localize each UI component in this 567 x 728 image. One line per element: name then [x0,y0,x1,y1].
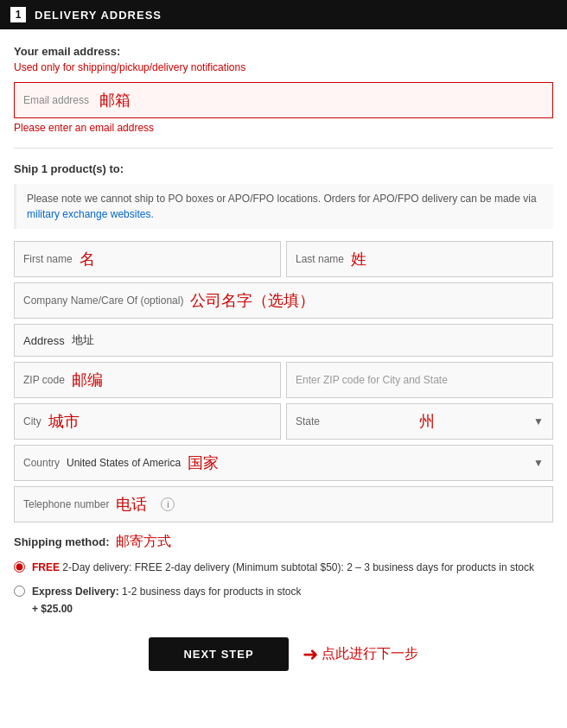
option1-name: 2-Day delivery: [62,561,131,573]
shipping-option-free-text: FREE 2-Day delivery: FREE 2-day delivery… [32,560,534,575]
email-section: Your email address: Used only for shippi… [14,45,553,134]
state-field[interactable]: State 州 ▼ [286,403,553,440]
last-name-value: 姓 [351,249,366,269]
country-field-inner: Country United States of America 国家 [23,453,219,473]
city-label: City [23,415,41,427]
ship-section-title: Ship 1 product(s) to: [14,162,553,175]
next-step-button[interactable]: NEXT STEP [149,637,288,671]
phone-info-icon: i [161,497,175,511]
shipping-method-section: Shipping method: 邮寄方式 FREE 2-Day deliver… [14,533,553,617]
ship-info-box: Please note we cannot ship to PO boxes o… [14,184,553,229]
zip-hint: Enter ZIP code for City and State [296,374,448,386]
email-field-wrapper[interactable]: Email address 邮箱 [14,82,553,118]
shipping-option-free: FREE 2-Day delivery: FREE 2-day delivery… [14,560,553,575]
name-row: First name 名 Last name 姓 [14,241,553,277]
country-label: Country [23,457,60,469]
checkout-header: 1 DELIVERY ADDRESS [0,0,567,29]
address-field[interactable]: Address 地址 [14,324,553,357]
first-name-field[interactable]: First name 名 [14,241,281,277]
ship-info-text1: Please note we cannot ship to PO boxes o… [27,193,537,205]
zip-label: ZIP code [23,374,65,386]
phone-row: Telephone number 电话 i [14,486,553,522]
main-content: Your email address: Used only for shippi… [0,29,567,700]
country-cn: 国家 [188,453,219,473]
last-name-field[interactable]: Last name 姓 [286,241,553,277]
last-name-label: Last name [296,253,344,265]
shipping-option-express-text: Express Delivery: 1-2 business days for … [32,584,302,617]
phone-label: Telephone number [23,498,109,510]
shipping-option-express-radio[interactable] [14,586,25,597]
city-state-row: City 城市 State 州 ▼ [14,403,553,440]
phone-value: 电话 [116,494,147,515]
first-name-value: 名 [80,249,95,269]
country-chevron-icon: ▼ [533,457,544,469]
state-value: 州 [419,411,435,432]
shipping-method-title: Shipping method: 邮寄方式 [14,533,553,551]
next-step-container: NEXT STEP ➜ 点此进行下一步 [14,637,553,671]
email-section-subtitle: Used only for shipping/pickup/delivery n… [14,61,553,73]
address-label: Address [23,334,65,347]
address-value: 地址 [72,332,94,348]
free-label: FREE [32,561,60,573]
step-number: 1 [10,7,26,22]
company-value: 公司名字（选填） [190,290,315,311]
zip-value: 邮编 [72,370,103,390]
annotation-text: 点此进行下一步 [322,645,418,663]
zip-field[interactable]: ZIP code 邮编 [14,362,281,398]
country-value: United States of America [67,457,181,469]
option1-desc: FREE 2-day delivery (Minimum subtotal $5… [135,561,534,573]
city-field[interactable]: City 城市 [14,403,281,440]
divider-1 [14,148,553,149]
country-row: Country United States of America 国家 ▼ [14,445,553,481]
email-section-title: Your email address: [14,45,553,58]
option2-desc: 1-2 business days for products in stock [122,586,301,598]
email-field-value: 邮箱 [99,90,131,111]
ship-section: Ship 1 product(s) to: Please note we can… [14,162,553,522]
country-field[interactable]: Country United States of America 国家 ▼ [14,445,553,481]
zip-hint-field: Enter ZIP code for City and State [286,362,553,398]
option2-name: Express Delivery: [32,586,119,598]
arrow-icon: ➜ [303,643,318,666]
zip-row: ZIP code 邮编 Enter ZIP code for City and … [14,362,553,398]
state-chevron-icon: ▼ [533,415,544,427]
email-field-label: Email address [23,94,89,106]
first-name-label: First name [23,253,73,265]
city-value: 城市 [48,411,80,432]
company-label: Company Name/Care Of (optional) [23,294,183,307]
shipping-method-cn: 邮寄方式 [116,533,171,551]
next-step-annotation: ➜ 点此进行下一步 [303,643,418,666]
phone-field[interactable]: Telephone number 电话 i [14,486,553,522]
company-field[interactable]: Company Name/Care Of (optional) 公司名字（选填） [14,282,553,319]
company-row: Company Name/Care Of (optional) 公司名字（选填） [14,282,553,319]
state-label: State [296,415,320,427]
email-error: Please enter an email address [14,122,553,134]
shipping-method-label: Shipping method: [14,535,109,548]
shipping-option-express: Express Delivery: 1-2 business days for … [14,584,553,617]
option2-price: + $25.00 [32,601,302,617]
step-title: DELIVERY ADDRESS [35,9,162,22]
military-exchange-link[interactable]: military exchange websites. [27,208,154,220]
shipping-option-free-radio[interactable] [14,561,25,573]
